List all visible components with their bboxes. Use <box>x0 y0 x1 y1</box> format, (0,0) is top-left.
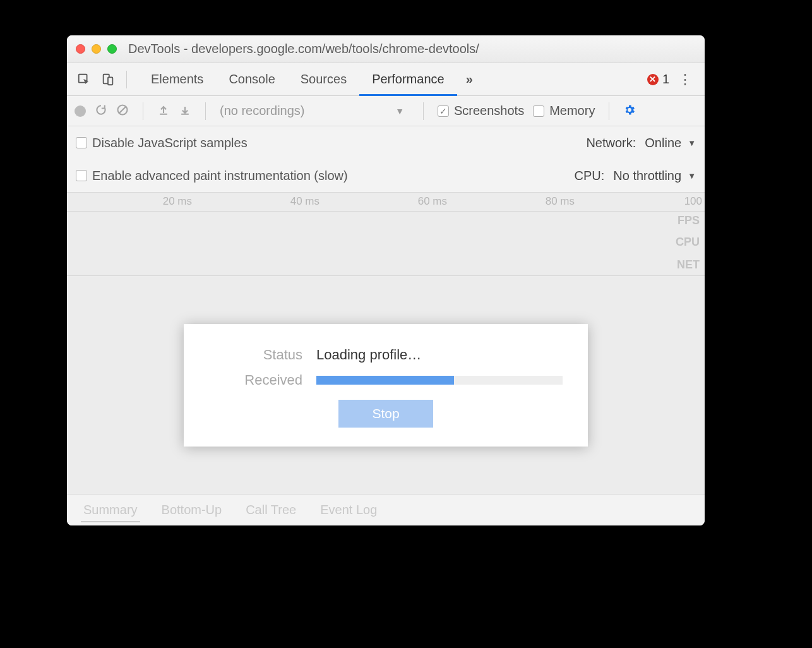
clear-button[interactable] <box>116 104 129 119</box>
ruler-tick: 20 ms <box>163 195 194 208</box>
tab-call-tree[interactable]: Call Tree <box>236 496 306 524</box>
zoom-window-button[interactable] <box>107 44 117 54</box>
checkbox-icon <box>438 105 449 117</box>
chevron-down-icon: ▼ <box>688 138 696 148</box>
memory-label: Memory <box>549 104 595 118</box>
recordings-label: (no recordings) <box>220 104 305 118</box>
separator <box>143 102 143 120</box>
close-window-button[interactable] <box>76 44 85 54</box>
separator <box>126 71 127 88</box>
separator <box>609 102 609 120</box>
device-toolbar-icon[interactable] <box>97 69 119 90</box>
svg-line-4 <box>119 106 126 114</box>
titlebar: DevTools - developers.google.com/web/too… <box>67 35 705 63</box>
more-options-icon[interactable]: ⋮ <box>672 71 698 88</box>
enable-paint-label: Enable advanced paint instrumentation (s… <box>92 169 348 183</box>
svg-rect-2 <box>108 77 112 85</box>
status-value: Loading profile… <box>316 347 421 363</box>
ruler-tick: 60 ms <box>418 195 450 208</box>
tab-performance[interactable]: Performance <box>359 63 457 95</box>
inspect-element-icon[interactable] <box>73 69 95 90</box>
separator <box>205 102 206 120</box>
overview-lanes: FPS CPU NET <box>67 212 705 276</box>
separator <box>423 102 424 120</box>
capture-settings-button[interactable] <box>623 104 636 119</box>
flame-chart-area: Status Loading profile… Received Stop <box>67 276 705 494</box>
stop-button[interactable]: Stop <box>338 400 433 428</box>
main-toolbar: Elements Console Sources Performance » ✕… <box>67 63 705 96</box>
save-profile-button[interactable] <box>179 104 191 119</box>
checkbox-icon <box>76 170 87 181</box>
network-value: Online <box>645 136 681 150</box>
recordings-dropdown[interactable]: (no recordings) ▼ <box>220 104 409 118</box>
progress-bar <box>316 376 563 385</box>
lane-fps-label: FPS <box>678 214 700 227</box>
tab-summary[interactable]: Summary <box>73 496 148 524</box>
tab-event-log[interactable]: Event Log <box>310 496 387 524</box>
performance-toolbar: (no recordings) ▼ Screenshots Memory <box>67 96 705 126</box>
memory-checkbox[interactable]: Memory <box>533 104 595 118</box>
lane-cpu-label: CPU <box>676 236 700 249</box>
cpu-value: No throttling <box>613 169 681 183</box>
devtools-window: DevTools - developers.google.com/web/too… <box>67 35 705 525</box>
screenshots-checkbox[interactable]: Screenshots <box>438 104 524 118</box>
tab-console[interactable]: Console <box>216 63 287 95</box>
status-label: Status <box>209 347 316 363</box>
error-icon: ✕ <box>647 74 659 85</box>
disable-js-samples-checkbox[interactable]: Disable JavaScript samples <box>76 136 248 150</box>
tab-bottom-up[interactable]: Bottom-Up <box>152 496 232 524</box>
tabs-overflow-button[interactable]: » <box>457 63 482 95</box>
traffic-lights <box>76 44 117 54</box>
progress-fill <box>316 376 454 385</box>
chevron-down-icon: ▼ <box>688 171 696 181</box>
tab-elements[interactable]: Elements <box>138 63 216 95</box>
ruler-tick: 40 ms <box>290 195 322 208</box>
panel-tabs: Elements Console Sources Performance » <box>138 63 482 95</box>
cpu-label: CPU: <box>574 169 604 183</box>
load-profile-button[interactable] <box>157 104 170 119</box>
network-throttling-select[interactable]: Online ▼ <box>645 136 696 150</box>
error-badge[interactable]: ✕ 1 <box>647 72 669 87</box>
checkbox-icon <box>76 137 87 148</box>
network-label: Network: <box>586 136 636 150</box>
tab-sources[interactable]: Sources <box>288 63 359 95</box>
lane-net-label: NET <box>677 258 700 272</box>
checkbox-icon <box>533 105 544 117</box>
received-label: Received <box>209 372 316 388</box>
chevron-down-icon: ▼ <box>395 106 404 116</box>
record-button[interactable] <box>75 105 86 117</box>
ruler-tick: 80 ms <box>546 195 577 208</box>
capture-settings: Disable JavaScript samples Network: Onli… <box>67 126 705 193</box>
error-count: 1 <box>662 72 669 87</box>
screenshots-label: Screenshots <box>454 104 524 118</box>
window-title: DevTools - developers.google.com/web/too… <box>128 42 479 56</box>
cpu-throttling-select[interactable]: No throttling ▼ <box>613 169 696 183</box>
enable-paint-instrumentation-checkbox[interactable]: Enable advanced paint instrumentation (s… <box>76 169 348 183</box>
reload-button[interactable] <box>95 104 107 119</box>
timeline-ruler: 20 ms 40 ms 60 ms 80 ms 100 ms <box>67 193 705 212</box>
details-tabs: Summary Bottom-Up Call Tree Event Log <box>67 494 705 525</box>
loading-dialog: Status Loading profile… Received Stop <box>184 324 588 447</box>
disable-js-label: Disable JavaScript samples <box>92 136 248 150</box>
minimize-window-button[interactable] <box>92 44 101 54</box>
